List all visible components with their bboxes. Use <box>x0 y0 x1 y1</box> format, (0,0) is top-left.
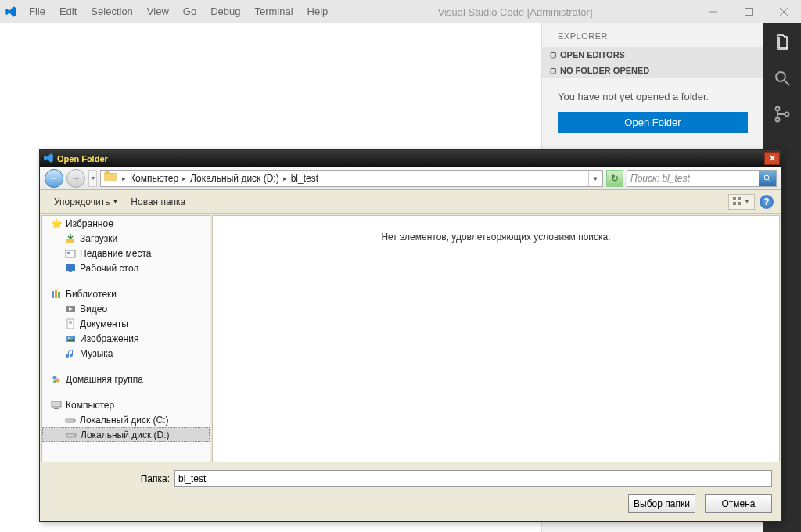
select-folder-button[interactable]: Выбор папки <box>628 494 695 513</box>
vscode-icon <box>43 153 54 165</box>
svg-rect-1 <box>745 9 752 16</box>
images-icon <box>64 332 77 345</box>
search-icon[interactable] <box>773 69 792 88</box>
libraries-icon <box>50 288 63 300</box>
svg-point-8 <box>785 113 789 117</box>
new-folder-button[interactable]: Новая папка <box>124 194 192 210</box>
window-title: Visual Studio Code [Administrator] <box>335 6 695 18</box>
chevron-down-icon: ▢ <box>550 51 557 59</box>
svg-rect-18 <box>66 264 75 271</box>
star-icon: ⭐ <box>50 217 63 230</box>
tree-music[interactable]: Музыка <box>42 346 210 361</box>
svg-rect-17 <box>67 252 70 254</box>
desktop-icon <box>64 262 77 275</box>
search-submit-button[interactable] <box>759 171 776 186</box>
svg-point-31 <box>53 380 56 383</box>
menu-terminal[interactable]: Terminal <box>247 0 300 23</box>
svg-rect-22 <box>58 292 60 298</box>
breadcrumb-computer[interactable]: Компьютер <box>128 173 180 184</box>
nav-forward-button[interactable]: → <box>66 169 85 188</box>
svg-rect-11 <box>733 197 736 200</box>
breadcrumb-folder[interactable]: bl_test <box>289 173 320 184</box>
dialog-close-button[interactable]: ✕ <box>764 152 780 165</box>
tree-favorites[interactable]: ⭐Избранное <box>42 216 210 231</box>
svg-point-30 <box>56 378 60 382</box>
menu-file[interactable]: File <box>22 0 52 23</box>
file-list-pane[interactable]: Нет элементов, удовлетворяющих условиям … <box>212 215 780 462</box>
vscode-titlebar: File Edit Selection View Go Debug Termin… <box>0 0 801 23</box>
drive-icon <box>65 429 77 441</box>
open-folder-button[interactable]: Open Folder <box>558 112 748 133</box>
breadcrumb-drive[interactable]: Локальный диск (D:) <box>189 173 281 184</box>
no-folder-hint: You have not yet opened a folder. <box>542 78 763 112</box>
nav-back-button[interactable]: ← <box>45 169 63 188</box>
dialog-nav-row: ← → ▾ ▸ Компьютер ▸ Локальный диск (D:) … <box>40 167 781 190</box>
tree-downloads[interactable]: Загрузки <box>42 231 210 246</box>
tree-drive-c[interactable]: Локальный диск (C:) <box>42 412 210 427</box>
svg-point-37 <box>74 434 75 436</box>
empty-message: Нет элементов, удовлетворяющих условиям … <box>381 232 610 462</box>
svg-rect-20 <box>52 291 54 298</box>
breadcrumb-dropdown[interactable]: ▾ <box>588 171 602 186</box>
search-input[interactable]: Поиск: bl_test <box>627 170 777 187</box>
nav-history-dropdown[interactable]: ▾ <box>88 170 97 187</box>
tree-documents[interactable]: Документы <box>42 316 210 331</box>
svg-rect-13 <box>733 202 736 205</box>
menu-selection[interactable]: Selection <box>84 0 139 23</box>
recent-icon <box>64 247 77 260</box>
no-folder-header[interactable]: ▢NO FOLDER OPENED <box>542 63 763 78</box>
dialog-titlebar[interactable]: Open Folder ✕ <box>40 150 781 167</box>
chevron-right-icon: ▸ <box>180 174 189 182</box>
svg-rect-19 <box>69 271 72 272</box>
tree-images[interactable]: Изображения <box>42 331 210 346</box>
refresh-button[interactable]: ↻ <box>606 170 623 187</box>
folder-label: Папка: <box>49 473 170 484</box>
svg-line-10 <box>769 179 771 182</box>
chevron-right-icon: ▸ <box>281 174 289 182</box>
tree-libraries[interactable]: Библиотеки <box>42 286 210 301</box>
menu-view[interactable]: View <box>140 0 176 23</box>
cancel-button[interactable]: Отмена <box>705 494 772 513</box>
tree-computer[interactable]: Компьютер <box>42 397 210 412</box>
chevron-down-icon: ▼ <box>744 198 750 205</box>
svg-rect-24 <box>67 319 74 329</box>
document-icon <box>64 318 77 330</box>
dialog-footer: Папка: Выбор папки Отмена <box>40 464 781 521</box>
menu-edit[interactable]: Edit <box>52 0 84 23</box>
svg-rect-21 <box>55 290 57 298</box>
svg-point-7 <box>776 118 780 122</box>
computer-icon <box>50 399 63 412</box>
tree-homegroup[interactable]: Домашняя группа <box>42 372 210 386</box>
organize-menu[interactable]: Упорядочить▼ <box>48 194 124 210</box>
svg-rect-12 <box>738 197 741 200</box>
menu-debug[interactable]: Debug <box>203 0 247 23</box>
dialog-title-text: Open Folder <box>57 154 108 164</box>
tree-drive-d[interactable]: Локальный диск (D:) <box>42 427 210 442</box>
close-button[interactable] <box>766 0 801 23</box>
menu-help[interactable]: Help <box>300 0 336 23</box>
tree-recent[interactable]: Недавние места <box>42 246 210 261</box>
explorer-icon[interactable] <box>773 33 792 52</box>
view-options-button[interactable]: ▼ <box>728 194 755 210</box>
folder-name-input[interactable] <box>174 470 772 487</box>
maximize-button[interactable] <box>731 0 766 23</box>
menu-go[interactable]: Go <box>176 0 203 23</box>
source-control-icon[interactable] <box>773 105 792 124</box>
breadcrumb[interactable]: ▸ Компьютер ▸ Локальный диск (D:) ▸ bl_t… <box>100 170 603 187</box>
minimize-button[interactable] <box>695 0 731 23</box>
svg-point-9 <box>764 175 769 180</box>
open-editors-header[interactable]: ▢OPEN EDITORS <box>542 47 763 63</box>
tree-video[interactable]: Видео <box>42 301 210 316</box>
svg-point-6 <box>776 107 780 111</box>
help-button[interactable]: ? <box>760 195 774 209</box>
chevron-down-icon: ▼ <box>112 198 118 205</box>
main-menu: File Edit Selection View Go Debug Termin… <box>22 0 335 23</box>
svg-rect-14 <box>738 202 741 205</box>
vscode-app-icon <box>0 5 22 18</box>
svg-rect-15 <box>66 239 74 243</box>
music-icon <box>64 347 77 360</box>
navigation-tree[interactable]: ⭐Избранное Загрузки Недавние места Рабоч… <box>41 215 210 462</box>
video-icon <box>64 303 77 315</box>
svg-rect-33 <box>54 408 59 409</box>
tree-desktop[interactable]: Рабочий стол <box>42 261 210 275</box>
